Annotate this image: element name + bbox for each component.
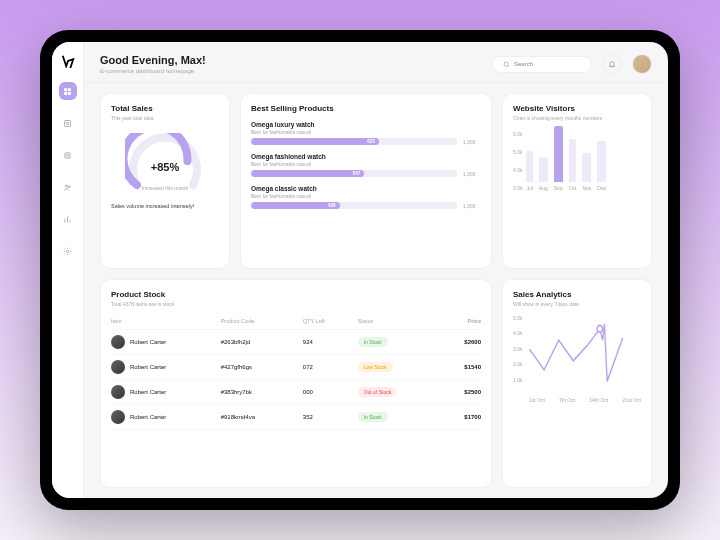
nav-settings-icon[interactable] [59, 242, 77, 260]
bar [597, 141, 606, 182]
row-price: $2500 [426, 389, 481, 395]
visitors-bar-chart: Jul Aug Sep Oct Nov Dec [526, 131, 606, 191]
row-name: Robert Carter [130, 389, 166, 395]
total-sales-card: Total Sales This year total data +85% In… [100, 93, 230, 269]
progress-fill: 428 [251, 202, 340, 209]
row-price: $1700 [426, 414, 481, 420]
table-row[interactable]: Robert Carter #918kmd4va 352 In Stock $1… [111, 405, 481, 430]
bar-label: Nov [582, 185, 591, 191]
row-price: $2600 [426, 339, 481, 345]
bar-column: Dec [597, 141, 606, 191]
product-item[interactable]: Omega fashioned watch Best for fashionab… [251, 153, 481, 177]
svg-rect-5 [65, 152, 70, 157]
nav-home-icon[interactable] [59, 82, 77, 100]
row-avatar [111, 335, 125, 349]
row-price: $1540 [426, 364, 481, 370]
svg-rect-1 [68, 88, 71, 91]
svg-point-7 [65, 184, 67, 186]
table-row[interactable]: Robert Carter #383hry7bk 000 Out of Stoc… [111, 380, 481, 405]
sidebar [52, 42, 84, 498]
notifications-button[interactable] [602, 54, 622, 74]
header: Good Evening, Max! E-commerce dashboard … [84, 42, 668, 83]
svg-rect-0 [64, 88, 67, 91]
bar [582, 153, 591, 182]
sales-analytics-card: Sales Analytics Will show in every 7days… [502, 279, 652, 488]
nav-analytics-icon[interactable] [59, 210, 77, 228]
bar-label: Dec [597, 185, 606, 191]
svg-rect-2 [64, 91, 67, 94]
bar [554, 126, 563, 182]
row-code: #427gfh6gs [221, 364, 303, 370]
status-badge: In Stock [358, 412, 388, 422]
avatar[interactable] [632, 54, 652, 74]
row-code: #263bfh2jd [221, 339, 303, 345]
sales-line-chart: 5.0k4.0k3.0k2.0k1.0k [513, 315, 641, 395]
product-name: Omega classic watch [251, 185, 481, 192]
card-title: Total Sales [111, 104, 219, 113]
bar-column: Jul [526, 151, 532, 191]
row-code: #918kmd4va [221, 414, 303, 420]
row-name: Robert Carter [130, 339, 166, 345]
nav-orders-icon[interactable] [59, 114, 77, 132]
row-avatar [111, 410, 125, 424]
row-qty: 352 [303, 414, 358, 420]
bar [569, 139, 577, 182]
row-qty: 924 [303, 339, 358, 345]
product-sub: Best for fashionable casual [251, 129, 481, 135]
bar-column: Aug [539, 157, 548, 191]
nav-customers-icon[interactable] [59, 178, 77, 196]
progress-max: 1,000 [463, 171, 481, 177]
page-subtitle: E-commerce dashboard homepage [100, 68, 482, 74]
card-title: Website Visitors [513, 104, 641, 113]
row-qty: 072 [303, 364, 358, 370]
row-name: Robert Carter [130, 364, 166, 370]
svg-rect-4 [65, 120, 71, 126]
row-qty: 000 [303, 389, 358, 395]
progress-fill: 547 [251, 170, 364, 177]
progress-track: 547 [251, 170, 457, 177]
table-row[interactable]: Robert Carter #263bfh2jd 924 In Stock $2… [111, 330, 481, 355]
bar-label: Oct [569, 185, 577, 191]
bar-label: Aug [539, 185, 548, 191]
svg-point-9 [66, 250, 68, 252]
status-badge: In Stock [358, 337, 388, 347]
logo-icon [61, 54, 75, 68]
bar [526, 151, 532, 182]
bar-column: Oct [569, 139, 577, 191]
table-header: Item Product Code QTY Left Status Price [111, 313, 481, 330]
svg-point-10 [504, 62, 508, 66]
progress-track: 428 [251, 202, 457, 209]
product-sub: Best for fashionable casual [251, 193, 481, 199]
progress-fill: 623 [251, 138, 379, 145]
row-avatar [111, 385, 125, 399]
search-input[interactable]: Search [492, 56, 592, 73]
progress-track: 623 [251, 138, 457, 145]
bar-label: Jul [526, 185, 532, 191]
bar-column: Sep [554, 126, 563, 191]
visitors-card: Website Visitors Chart is showing every … [502, 93, 652, 269]
card-subtitle: Total 4378 items are in stock [111, 301, 481, 307]
row-name: Robert Carter [130, 414, 166, 420]
svg-point-11 [597, 325, 602, 332]
bar-column: Nov [582, 153, 591, 191]
card-title: Sales Analytics [513, 290, 641, 299]
progress-max: 1,000 [463, 139, 481, 145]
card-title: Product Stock [111, 290, 481, 299]
gauge-value: +85% [125, 161, 205, 173]
best-selling-card: Best Selling Products Omega luxury watch… [240, 93, 492, 269]
search-icon [503, 61, 510, 68]
product-item[interactable]: Omega classic watch Best for fashionable… [251, 185, 481, 209]
product-name: Omega fashioned watch [251, 153, 481, 160]
nav-products-icon[interactable] [59, 146, 77, 164]
row-code: #383hry7bk [221, 389, 303, 395]
svg-point-8 [68, 185, 70, 187]
table-row[interactable]: Robert Carter #427gfh6gs 072 Low Stock $… [111, 355, 481, 380]
svg-point-6 [66, 154, 68, 156]
product-item[interactable]: Omega luxury watch Best for fashionable … [251, 121, 481, 145]
product-sub: Best for fashionable casual [251, 161, 481, 167]
page-title: Good Evening, Max! [100, 54, 482, 66]
product-name: Omega luxury watch [251, 121, 481, 128]
progress-max: 1,000 [463, 203, 481, 209]
card-subtitle: This year total data [111, 115, 219, 121]
product-stock-card: Product Stock Total 4378 items are in st… [100, 279, 492, 488]
